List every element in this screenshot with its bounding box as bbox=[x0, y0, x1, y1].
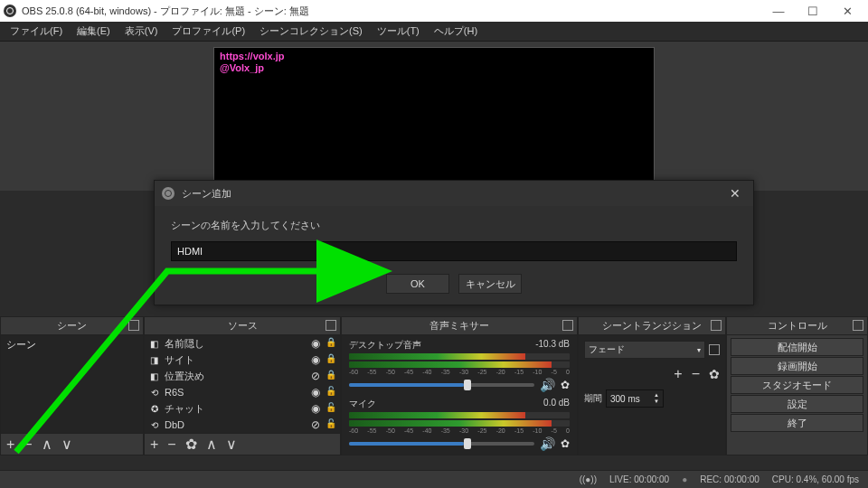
source-row[interactable]: ◨サイト◉🔒 bbox=[145, 352, 340, 368]
source-type-icon: ✪ bbox=[148, 403, 160, 415]
status-live: LIVE: 00:00:00 bbox=[609, 474, 669, 484]
lock-toggle-icon[interactable]: 🔒 bbox=[326, 337, 336, 350]
transition-props-icon[interactable] bbox=[709, 344, 720, 355]
lock-toggle-icon[interactable]: 🔒 bbox=[326, 353, 336, 366]
chevron-down-icon: ▾ bbox=[697, 346, 701, 354]
menu-scene-collection[interactable]: シーンコレクション(S) bbox=[253, 23, 369, 40]
studio-mode-button[interactable]: スタジオモード bbox=[731, 376, 863, 394]
menubar: ファイル(F) 編集(E) 表示(V) プロファイル(P) シーンコレクション(… bbox=[0, 22, 868, 42]
add-scene-dialog: シーン追加 ✕ シーンの名前を入力してください OK キャンセル bbox=[154, 180, 754, 305]
dialog-logo-icon bbox=[162, 187, 175, 200]
close-button[interactable]: ✕ bbox=[830, 0, 864, 22]
move-up-button[interactable]: ∧ bbox=[206, 436, 217, 453]
controls-dock: コントロール 配信開始 録画開始 スタジオモード 設定 終了 bbox=[726, 316, 868, 455]
lock-toggle-icon[interactable]: 🔒 bbox=[326, 370, 336, 382]
duration-spinner[interactable]: 300 ms▲▼ bbox=[606, 389, 664, 408]
scene-item[interactable]: シーン bbox=[1, 335, 143, 354]
mixer-dock: 音声ミキサー デスクトップ音声-10.3 dB -60-55-50-45-40-… bbox=[341, 316, 578, 455]
source-type-icon: ◧ bbox=[148, 371, 160, 382]
minimize-button[interactable]: — bbox=[761, 0, 796, 22]
preview-overlay-text: https://volx.jp @Volx_jp bbox=[220, 51, 285, 74]
speaker-icon[interactable]: 🔊 bbox=[540, 436, 555, 451]
source-label: サイト bbox=[165, 353, 194, 367]
visibility-toggle-icon[interactable]: ◉ bbox=[311, 337, 320, 350]
lock-toggle-icon[interactable]: 🔓 bbox=[326, 402, 336, 415]
source-label: DbD bbox=[165, 419, 184, 430]
cancel-button[interactable]: キャンセル bbox=[458, 274, 522, 294]
source-label: 名前隠し bbox=[165, 337, 204, 351]
menu-profile[interactable]: プロファイル(P) bbox=[165, 23, 251, 40]
ok-button[interactable]: OK bbox=[386, 274, 449, 294]
popout-icon[interactable] bbox=[128, 320, 139, 331]
source-type-icon: ⟲ bbox=[148, 387, 160, 399]
dialog-close-button[interactable]: ✕ bbox=[724, 184, 746, 202]
volume-slider[interactable] bbox=[349, 383, 534, 387]
remove-source-button[interactable]: − bbox=[167, 436, 175, 453]
status-cpu: CPU: 0.4%, 60.00 fps bbox=[772, 474, 859, 484]
visibility-toggle-icon[interactable]: ⊘ bbox=[311, 418, 320, 431]
popout-icon[interactable] bbox=[326, 320, 336, 331]
add-scene-button[interactable]: + bbox=[6, 436, 14, 453]
settings-button[interactable]: 設定 bbox=[731, 395, 863, 413]
source-row[interactable]: ⟲DbD⊘🔓 bbox=[145, 417, 340, 433]
mixer-header: 音声ミキサー bbox=[429, 319, 489, 333]
exit-button[interactable]: 終了 bbox=[731, 414, 863, 432]
popout-icon[interactable] bbox=[853, 320, 863, 331]
scenes-dock: シーン シーン + − ∧ ∨ bbox=[0, 316, 144, 455]
sources-toolbar: + − ✿ ∧ ∨ bbox=[145, 433, 340, 455]
menu-file[interactable]: ファイル(F) bbox=[4, 23, 69, 40]
source-settings-button[interactable]: ✿ bbox=[185, 436, 197, 453]
meter-ticks: -60-55-50-45-40-35-30-25-20-15-10-50 bbox=[349, 369, 570, 375]
source-label: チャット bbox=[165, 402, 204, 416]
channel-settings-icon[interactable]: ✿ bbox=[561, 437, 570, 450]
visibility-toggle-icon[interactable]: ◉ bbox=[311, 402, 320, 415]
sources-header: ソース bbox=[228, 319, 258, 333]
add-transition-button[interactable]: + bbox=[674, 366, 682, 382]
dialog-prompt: シーンの名前を入力してください bbox=[171, 219, 737, 232]
channel-settings-icon[interactable]: ✿ bbox=[561, 379, 570, 391]
move-up-button[interactable]: ∧ bbox=[42, 436, 52, 453]
menu-help[interactable]: ヘルプ(H) bbox=[428, 23, 484, 40]
source-row[interactable]: ◧名前隠し◉🔒 bbox=[145, 335, 340, 352]
duration-label: 期間 bbox=[584, 392, 602, 405]
menu-edit[interactable]: 編集(E) bbox=[71, 23, 117, 40]
remove-scene-button[interactable]: − bbox=[24, 436, 32, 453]
channel-db: 0.0 dB bbox=[543, 398, 570, 410]
volume-slider[interactable] bbox=[349, 442, 534, 446]
move-down-button[interactable]: ∨ bbox=[61, 436, 72, 453]
preview-area: https://volx.jp @Volx_jp bbox=[0, 42, 868, 191]
transitions-header: シーントランジション bbox=[602, 319, 702, 333]
move-down-button[interactable]: ∨ bbox=[226, 436, 237, 453]
titlebar: OBS 25.0.8 (64-bit, windows) - プロファイル: 無… bbox=[0, 0, 868, 22]
visibility-toggle-icon[interactable]: ◉ bbox=[311, 353, 320, 366]
controls-header: コントロール bbox=[768, 319, 827, 333]
start-streaming-button[interactable]: 配信開始 bbox=[731, 338, 863, 356]
source-row[interactable]: ◧位置決め⊘🔒 bbox=[145, 368, 340, 384]
mixer-channel-desktop: デスクトップ音声-10.3 dB -60-55-50-45-40-35-30-2… bbox=[342, 335, 577, 394]
level-meter bbox=[349, 353, 570, 360]
maximize-button[interactable]: ☐ bbox=[796, 0, 830, 22]
level-meter bbox=[349, 412, 570, 418]
transition-settings-icon[interactable]: ✿ bbox=[709, 367, 720, 381]
visibility-toggle-icon[interactable]: ⊘ bbox=[311, 370, 320, 382]
transitions-dock: シーントランジション フェード▾ + − ✿ 期間 300 ms▲▼ bbox=[578, 316, 726, 455]
lock-toggle-icon[interactable]: 🔓 bbox=[326, 386, 336, 399]
popout-icon[interactable] bbox=[562, 320, 573, 331]
transition-select[interactable]: フェード▾ bbox=[584, 341, 705, 359]
remove-transition-button[interactable]: − bbox=[692, 366, 700, 382]
lock-toggle-icon[interactable]: 🔓 bbox=[326, 418, 336, 431]
obs-logo-icon bbox=[4, 5, 16, 17]
add-source-button[interactable]: + bbox=[150, 436, 158, 453]
start-recording-button[interactable]: 録画開始 bbox=[731, 357, 863, 375]
scene-name-input[interactable] bbox=[171, 241, 737, 261]
speaker-icon[interactable]: 🔊 bbox=[540, 378, 555, 392]
level-meter bbox=[349, 420, 570, 427]
menu-view[interactable]: 表示(V) bbox=[118, 23, 165, 40]
menu-tools[interactable]: ツール(T) bbox=[371, 23, 426, 40]
source-row[interactable]: ✪チャット◉🔓 bbox=[145, 400, 340, 417]
preview-canvas[interactable]: https://volx.jp @Volx_jp bbox=[213, 47, 655, 187]
visibility-toggle-icon[interactable]: ◉ bbox=[311, 386, 320, 399]
source-row[interactable]: ⟲R6S◉🔓 bbox=[145, 384, 340, 400]
mixer-channel-mic: マイク0.0 dB -60-55-50-45-40-35-30-25-20-15… bbox=[342, 394, 577, 453]
popout-icon[interactable] bbox=[711, 320, 722, 331]
